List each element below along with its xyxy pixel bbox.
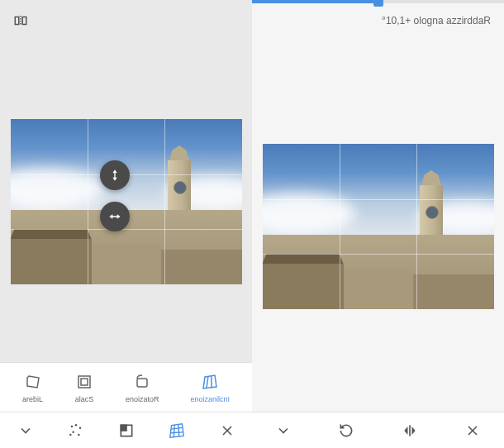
grid-line [11,229,242,230]
grid-line [164,119,165,284]
svg-rect-4 [81,379,88,385]
grid-line [88,119,88,284]
svg-rect-1 [22,17,26,25]
svg-line-19 [170,431,183,432]
tool-scala[interactable]: Scala [74,372,94,403]
left-top-bar [0,0,252,41]
slider-thumb[interactable] [373,0,383,7]
svg-rect-15 [121,425,126,431]
horizontal-drag-handle[interactable] [100,202,130,231]
aspect-button[interactable] [112,416,141,446]
left-image-area [0,41,252,362]
flip-button[interactable] [395,416,425,446]
svg-rect-5 [137,379,147,387]
svg-point-10 [78,427,81,429]
close-button[interactable] [212,416,242,446]
svg-line-6 [207,376,208,388]
svg-point-8 [70,425,73,427]
right-bottom-bar [252,412,504,448]
svg-line-16 [174,424,174,436]
grid-line [340,144,340,309]
tool-label: Rotazione [126,395,159,403]
rotation-icon [132,372,152,392]
svg-point-13 [69,433,72,436]
tool-label: Scala [75,395,94,403]
grid-line [263,254,494,255]
right-top-bar: Raddrizza angolo +1,01° [252,0,504,41]
free-crop-icon [23,372,43,392]
magic-button[interactable] [61,416,91,446]
tool-label: Inclinazione [190,395,230,403]
straighten-angle-label: Raddrizza angolo +1,01° [382,15,491,26]
svg-point-11 [72,431,74,433]
grid-line [263,199,494,200]
right-panel: Raddrizza angolo +1,01° [252,0,504,448]
collapse-button[interactable] [11,416,40,446]
svg-point-9 [74,424,77,427]
left-panel: Libera Scala Rotazione Inclinazione [0,0,252,448]
svg-line-17 [178,424,178,436]
svg-line-18 [170,427,183,429]
right-image-area [252,41,504,412]
scale-icon [74,372,94,392]
collapse-button[interactable] [269,416,298,446]
rotate-button[interactable] [331,416,361,446]
tool-libera[interactable]: Libera [22,372,43,403]
tool-inclinazione[interactable]: Inclinazione [190,372,230,403]
vertical-drag-handle[interactable] [100,160,130,190]
crop-tool-row: Libera Scala Rotazione Inclinazione [0,362,252,412]
grid-line [416,144,417,309]
photo-preview-right[interactable] [263,144,494,309]
perspective-button[interactable] [162,416,192,446]
tool-rotazione[interactable]: Rotazione [126,372,159,403]
straighten-slider[interactable] [252,0,504,3]
photo-preview-left[interactable] [11,119,242,284]
svg-rect-22 [409,425,411,436]
left-bottom-bar [0,412,252,448]
close-button[interactable] [458,416,487,446]
svg-rect-0 [15,17,19,25]
svg-point-12 [78,433,80,436]
svg-rect-3 [78,376,90,388]
tool-label: Libera [22,395,43,403]
mirror-icon[interactable] [13,13,28,28]
skew-icon [200,372,220,392]
